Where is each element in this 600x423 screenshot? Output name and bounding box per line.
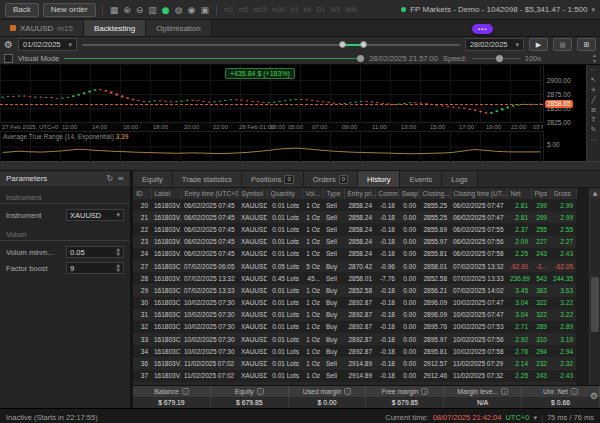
column-header[interactable]: Entry pri... [344,188,375,199]
zoom-out-icon[interactable]: ⊖ [135,5,145,15]
horizontal-splitter[interactable] [0,161,600,171]
table-row[interactable]: 34161803C...10/02/2025 07:30XAUUSD0.01 L… [133,345,576,357]
table-row[interactable]: 22161803V...06/02/2025 07:45XAUUSD0.01 L… [133,223,576,235]
column-header[interactable]: Comm... [375,188,398,199]
apply-to-chart-button[interactable]: ⊞ [577,38,596,51]
info-icon[interactable]: i [501,388,508,395]
back-button[interactable]: Back [5,3,39,17]
snapshot-icon[interactable]: ▣ [199,5,210,15]
stepper-arrows-icon[interactable]: ▲▼ [116,263,120,273]
table-row[interactable]: 30161803C...10/02/2025 07:30XAUUSD0.01 L… [133,297,576,309]
table-row[interactable]: 33161803C...10/02/2025 07:30XAUUSD0.01 L… [133,333,576,345]
instrument-select[interactable]: XAUUSD ▾ [66,209,124,221]
more-icon[interactable]: ⋯ [590,66,597,74]
fibonacci-icon[interactable]: ≡ [591,106,597,114]
table-row[interactable]: 31161803C...10/02/2025 07:30XAUUSD0.01 L… [133,309,576,321]
timezone-value[interactable]: UTC+0 [505,413,529,422]
replay-progress-handle[interactable] [357,55,364,62]
timeframe-h1[interactable]: h1 [290,6,300,13]
tab-chart-xauusd[interactable]: XAUUSD m15 [0,20,84,36]
results-tab-trade-statistics[interactable]: Trade statistics [173,171,242,187]
date-range-slider[interactable] [82,39,460,50]
volum-min-stepper[interactable]: 0.05 ▲▼ [66,246,124,258]
scrollbar-thumb[interactable] [591,277,599,332]
results-tab-orders[interactable]: Orders0 [304,171,358,187]
results-tab-events[interactable]: Events [400,171,442,187]
timeframe-h4[interactable]: h4 [302,6,312,13]
table-row[interactable]: 27161803C...07/02/2025 06:05XAUUSD0.05 L… [133,260,576,272]
stop-button[interactable]: ■ [553,38,572,51]
table-row[interactable]: 36161803V...11/02/2025 07:02XAUUSD0.01 L… [133,357,576,369]
info-icon[interactable]: i [257,388,264,395]
tab-backtesting[interactable]: Backtesting [84,20,146,36]
table-row[interactable]: 29161803C...07/02/2025 13:33XAUUSD0.01 L… [133,284,576,296]
speed-slider[interactable] [472,54,520,63]
info-icon[interactable]: i [344,388,351,395]
column-header[interactable]: Gross [550,188,576,199]
speed-handle[interactable] [496,55,503,62]
column-header[interactable]: Swap [398,188,419,199]
play-button[interactable]: ▶ [529,38,548,51]
more2-icon[interactable]: ⋯ [590,136,597,144]
column-header[interactable]: Quantity [267,188,302,199]
tab-optimisation[interactable]: Optimisation [146,20,211,36]
results-tab-positions[interactable]: Positions0 [242,171,304,187]
info-icon[interactable]: i [421,388,428,395]
column-header[interactable]: Symbol [238,188,267,199]
info-icon[interactable]: i [571,388,578,395]
column-header[interactable]: Pips [531,188,550,199]
start-date-picker[interactable]: 01/02/2025 ▾ [18,38,77,51]
results-tab-history[interactable]: History [358,171,400,187]
info-icon[interactable]: i [182,388,189,395]
reload-parameters-icon[interactable]: ↻ [107,174,114,183]
timeframe-D1[interactable]: D1 [315,6,326,13]
column-header[interactable]: Entry time (UTC+0) [181,188,238,199]
trendline-icon[interactable]: ╱ [591,96,595,104]
chart-type-icon[interactable]: ▥ [147,5,158,15]
stepper-arrows-icon[interactable]: ▲▼ [116,247,120,257]
zoom-in-icon[interactable]: ⊕ [122,5,132,15]
crosshair-icon[interactable]: + [591,86,597,94]
status-green-icon[interactable]: ● [161,5,171,15]
range-handle-start[interactable] [339,41,346,48]
replay-progress[interactable] [64,54,364,63]
timeframe-m1[interactable]: m1 [223,6,235,13]
atr-indicator-pane[interactable]: Average True Range (14, Exponential) 3.3… [0,131,543,162]
column-header[interactable]: Closing... [419,188,450,199]
table-row[interactable]: 32161803C...10/02/2025 07:30XAUUSD0.01 L… [133,321,576,333]
timeframe-MN[interactable]: MN [345,6,358,13]
table-scrollbar[interactable]: ▲ [589,188,600,385]
indicators-icon[interactable]: ◍ [174,5,184,15]
timeframe-m5[interactable]: m5 [238,6,250,13]
table-row[interactable]: 21161803V...06/02/2025 07:45XAUUSD0.01 L… [133,211,576,223]
column-header[interactable]: Label [151,188,181,199]
new-order-button[interactable]: New order [43,3,96,17]
column-header[interactable]: Vol... [302,188,323,199]
notification-more-badge[interactable]: ••• [472,24,493,34]
price-axis[interactable]: 2900.002875.002850.002825.002858.65 [543,65,587,122]
table-row[interactable]: 24161803V...06/02/2025 07:45XAUUSD0.01 L… [133,248,576,260]
results-tab-equity[interactable]: Equity [133,171,173,187]
column-header[interactable]: Type [323,188,344,199]
column-header[interactable]: Net [507,188,531,199]
timeframe-W1[interactable]: W1 [329,6,342,13]
scroll-up-icon[interactable]: ▲ [590,188,600,198]
table-row[interactable]: 37161803V...11/02/2025 07:02XAUUSD0.01 L… [133,370,576,382]
table-row[interactable]: 20161803V...06/02/2025 07:45XAUUSD0.01 L… [133,199,576,211]
summary-settings-gear-icon[interactable]: ⚙ [590,391,598,401]
timeframe-m15[interactable]: m15 [252,6,268,13]
end-date-picker[interactable]: 28/02/2025 ▾ [465,38,524,51]
price-chart[interactable]: +435.84 $ (+183%) 2900.002875.002850.002… [0,65,600,161]
layout-icon[interactable]: ▦ [109,5,120,15]
panel-menu-icon[interactable]: ≡ [117,174,124,183]
results-tab-logs[interactable]: Logs [442,171,477,187]
timeframe-m30[interactable]: m30 [271,6,287,13]
history-table-container[interactable]: IDLabelEntry time (UTC+0)SymbolQuantityV… [133,188,600,385]
text-tool-icon[interactable]: T [591,116,595,124]
collapse-panel-arrows-icon[interactable]: ▴▾ [593,52,596,64]
backtest-settings-gear-icon[interactable]: ⚙ [4,39,13,50]
range-handle-end[interactable] [360,41,367,48]
column-header[interactable]: Closing time (UT... [450,188,507,199]
table-row[interactable]: 28161803V...07/02/2025 13:32XAUUSD0.45 L… [133,272,576,284]
drawing-toolbar[interactable]: ⋯↖+╱≡T✎⋯ [586,65,600,161]
